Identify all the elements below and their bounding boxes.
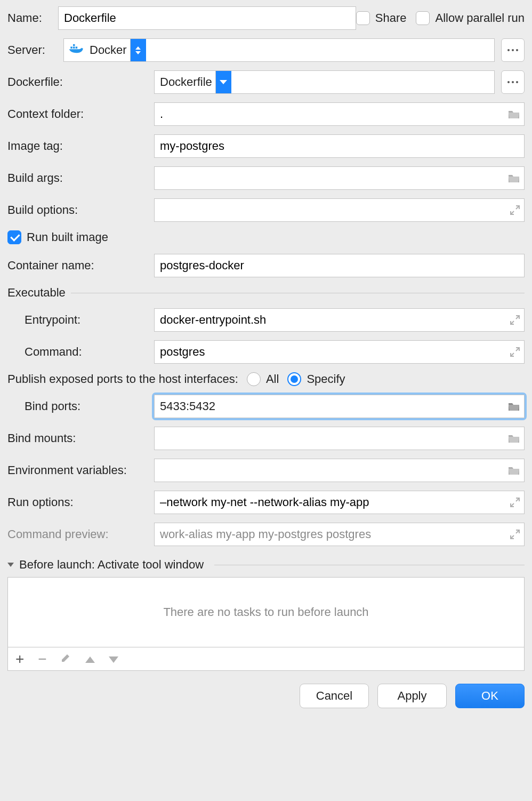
dockerfile-select[interactable]: Dockerfile bbox=[154, 70, 495, 94]
allow-parallel-checkbox[interactable]: Allow parallel run bbox=[416, 11, 525, 25]
updown-icon bbox=[135, 46, 141, 54]
cancel-button[interactable]: Cancel bbox=[300, 684, 369, 708]
server-browse-button[interactable] bbox=[501, 38, 525, 62]
publish-ports-label: Publish exposed ports to the host interf… bbox=[7, 372, 238, 386]
ports-all-radio[interactable]: All bbox=[247, 372, 279, 386]
server-select[interactable]: Docker bbox=[63, 38, 495, 62]
build-options-label: Build options: bbox=[7, 203, 154, 217]
name-label: Name: bbox=[7, 11, 58, 25]
before-launch-list: There are no tasks to run before launch bbox=[7, 577, 525, 647]
apply-button[interactable]: Apply bbox=[377, 684, 447, 708]
build-args-label: Build args: bbox=[7, 171, 154, 185]
add-task-button[interactable]: + bbox=[15, 652, 24, 667]
entrypoint-input[interactable] bbox=[154, 308, 525, 332]
expand-icon[interactable] bbox=[510, 497, 520, 508]
docker-icon bbox=[69, 43, 90, 58]
svg-rect-3 bbox=[73, 44, 75, 46]
checkbox-icon bbox=[416, 11, 430, 25]
bind-ports-input[interactable] bbox=[154, 395, 525, 418]
svg-rect-2 bbox=[76, 47, 78, 49]
share-label: Share bbox=[375, 11, 407, 25]
run-built-image-label: Run built image bbox=[27, 230, 108, 244]
container-name-label: Container name: bbox=[7, 259, 154, 273]
edit-task-button[interactable] bbox=[61, 652, 71, 666]
command-input[interactable] bbox=[154, 340, 525, 364]
before-launch-label: Before launch: Activate tool window bbox=[19, 558, 204, 572]
bind-mounts-label: Bind mounts: bbox=[7, 431, 154, 445]
dockerfile-label: Dockerfile: bbox=[7, 75, 154, 89]
share-checkbox[interactable]: Share bbox=[356, 11, 407, 25]
image-tag-input[interactable] bbox=[154, 134, 525, 158]
command-preview-field bbox=[154, 523, 525, 546]
env-vars-input[interactable] bbox=[154, 459, 525, 482]
expand-icon[interactable] bbox=[510, 529, 520, 540]
run-built-image-checkbox[interactable]: Run built image bbox=[7, 230, 108, 244]
container-name-input[interactable] bbox=[154, 254, 525, 277]
checkbox-icon bbox=[356, 11, 370, 25]
entrypoint-label: Entrypoint: bbox=[7, 313, 154, 327]
expand-icon[interactable] bbox=[510, 205, 520, 215]
divider bbox=[214, 565, 525, 565]
executable-section-label: Executable bbox=[7, 286, 66, 300]
name-input[interactable] bbox=[58, 6, 356, 30]
dockerfile-value: Dockerfile bbox=[160, 75, 212, 89]
move-down-button[interactable] bbox=[109, 652, 118, 666]
image-tag-label: Image tag: bbox=[7, 139, 154, 153]
env-vars-label: Environment variables: bbox=[7, 463, 154, 477]
context-folder-label: Context folder: bbox=[7, 107, 154, 121]
run-options-input[interactable] bbox=[154, 491, 525, 514]
bind-ports-label: Bind ports: bbox=[7, 399, 154, 413]
expand-icon[interactable] bbox=[510, 315, 520, 325]
expand-icon[interactable] bbox=[510, 347, 520, 357]
no-tasks-message: There are no tasks to run before launch bbox=[163, 605, 368, 619]
server-value: Docker bbox=[90, 43, 127, 57]
run-config-dialog: Name: Share Allow parallel run Server: D… bbox=[0, 0, 532, 716]
dockerfile-browse-button[interactable] bbox=[501, 70, 525, 94]
remove-task-button[interactable]: − bbox=[38, 652, 46, 667]
run-options-label: Run options: bbox=[7, 495, 154, 509]
svg-rect-1 bbox=[73, 47, 75, 49]
radio-icon bbox=[247, 372, 261, 386]
before-launch-toolbar: + − bbox=[7, 647, 525, 671]
chevron-down-icon bbox=[220, 80, 227, 84]
command-label: Command: bbox=[7, 345, 154, 359]
svg-rect-0 bbox=[70, 47, 72, 49]
checkbox-checked-icon bbox=[7, 230, 21, 244]
build-options-input[interactable] bbox=[154, 198, 525, 222]
radio-checked-icon bbox=[287, 372, 301, 386]
build-args-input[interactable] bbox=[154, 166, 525, 190]
ports-all-label: All bbox=[266, 372, 279, 386]
ports-specify-label: Specify bbox=[307, 372, 345, 386]
move-up-button[interactable] bbox=[85, 652, 95, 666]
disclosure-triangle-icon[interactable] bbox=[7, 563, 14, 567]
ok-button[interactable]: OK bbox=[455, 684, 525, 708]
context-folder-input[interactable] bbox=[154, 102, 525, 126]
server-label: Server: bbox=[7, 43, 63, 57]
command-preview-label: Command preview: bbox=[7, 527, 154, 541]
allow-parallel-label: Allow parallel run bbox=[435, 11, 525, 25]
divider bbox=[71, 293, 525, 293]
bind-mounts-input[interactable] bbox=[154, 427, 525, 450]
ports-specify-radio[interactable]: Specify bbox=[287, 372, 345, 386]
